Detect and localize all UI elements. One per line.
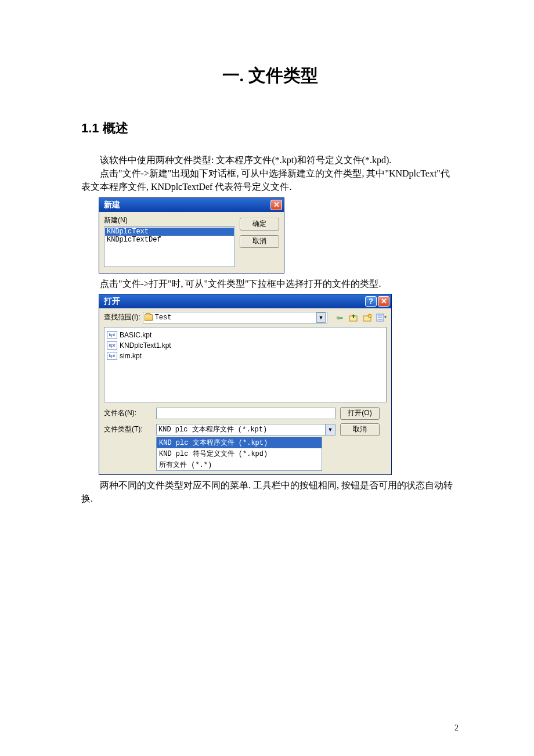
lookin-label: 查找范围(I): [104,312,140,322]
dropdown-option[interactable]: KND plc 符号定义文件 (*.kpd) [157,448,322,459]
list-item[interactable]: kpt KNDplcText1.kpt [107,340,384,351]
lookin-combo[interactable]: Test ▼ [143,312,327,323]
new-dialog: 新建 ✕ 新建(N) KNDplcText KNDplcTextDef 确定 取… [99,197,284,273]
file-name: sim.kpt [120,352,142,360]
new-dialog-title: 新建 [104,200,120,210]
open-dialog: 打开 ? ✕ 查找范围(I): Test ▼ ⇦ [99,294,392,475]
paragraph-2-line2: 表文本程序文件, KNDplcTextDef 代表符号定义文件. [81,180,459,193]
open-dialog-titlebar: 打开 ? ✕ [99,294,391,308]
chevron-down-icon[interactable]: ▼ [325,424,335,435]
new-type-listbox[interactable]: KNDplcText KNDplcTextDef [104,226,235,267]
view-menu-icon[interactable] [376,312,387,323]
close-icon[interactable]: ✕ [270,200,282,210]
help-icon[interactable]: ? [365,296,377,307]
lookin-value: Test [155,314,172,322]
open-dialog-title: 打开 [104,296,120,307]
cancel-button[interactable]: 取消 [240,235,279,248]
filetype-combo[interactable]: KND plc 文本程序文件 (*.kpt) ▼ [156,424,335,435]
filename-input[interactable] [156,408,335,419]
file-list[interactable]: kpt BASIC.kpt kpt KNDplcText1.kpt kpt si… [104,327,387,402]
new-dialog-titlebar: 新建 ✕ [99,198,284,212]
close-icon[interactable]: ✕ [378,296,389,307]
svg-point-2 [368,314,371,318]
folder-icon [145,314,153,321]
up-one-level-icon[interactable] [348,312,359,323]
kpt-file-icon: kpt [107,331,117,339]
paragraph-4-line2: 换. [81,492,459,505]
chapter-title: 一. 文件类型 [81,64,459,88]
cancel-button[interactable]: 取消 [340,423,380,436]
new-label: 新建(N) [104,215,235,225]
open-toolbar: ⇦ [334,312,387,323]
paragraph-1: 该软件中使用两种文件类型: 文本程序文件(*.kpt)和符号定义文件(*.kpd… [81,153,459,167]
file-name: KNDplcText1.kpt [120,341,171,350]
chevron-down-icon[interactable]: ▼ [316,312,326,323]
dropdown-option[interactable]: 所有文件 (*.*) [157,459,322,470]
dropdown-option[interactable]: KND plc 文本程序文件 (*.kpt) [157,437,322,448]
list-item[interactable]: kpt BASIC.kpt [107,330,384,340]
kpt-file-icon: kpt [107,341,117,350]
page-number: 2 [454,723,459,733]
back-icon[interactable]: ⇦ [334,312,345,323]
paragraph-2-line1: 点击"文件->新建"出现如下对话框, 可从中选择新建立的文件类型, 其中"KND… [81,167,459,180]
kpt-file-icon: kpt [107,352,117,360]
filetype-value: KND plc 文本程序文件 (*.kpt) [156,424,325,435]
paragraph-4-line1: 两种不同的文件类型对应不同的菜单. 工具栏中的按钮相同, 按钮是否可用的状态自动… [81,478,459,492]
filetype-label: 文件类型(T): [104,424,151,434]
paragraph-3: 点击"文件->打开"时, 可从"文件类型"下拉框中选择打开的文件的类型. [81,277,459,290]
list-item[interactable]: KNDplcTextDef [105,236,234,244]
ok-button[interactable]: 确定 [240,218,279,231]
filename-label: 文件名(N): [104,408,151,418]
file-name: BASIC.kpt [120,331,151,339]
list-item[interactable]: KNDplcText [105,228,234,236]
open-button[interactable]: 打开(O) [340,407,380,420]
filetype-dropdown[interactable]: KND plc 文本程序文件 (*.kpt) KND plc 符号定义文件 (*… [156,437,322,471]
section-title: 1.1 概述 [81,120,459,137]
new-folder-icon[interactable] [362,312,373,323]
list-item[interactable]: kpt sim.kpt [107,351,384,361]
